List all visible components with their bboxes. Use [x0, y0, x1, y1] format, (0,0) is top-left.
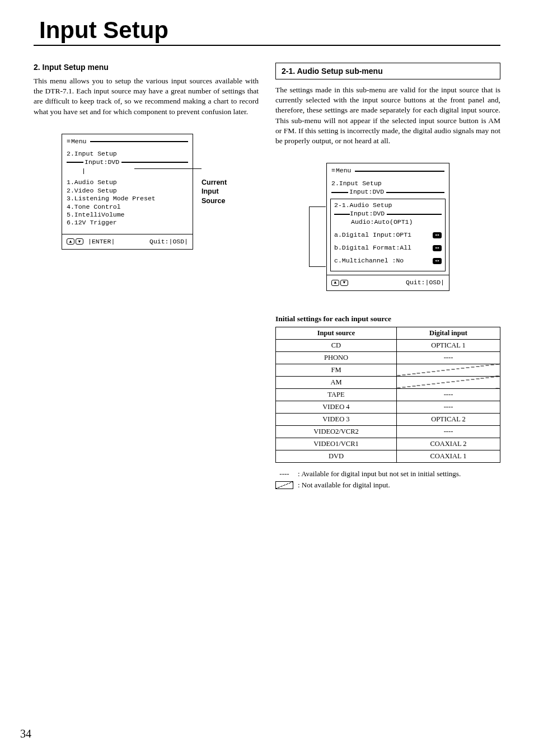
legend-dash-text: : Available for digital input but not se… [298, 469, 461, 478]
sub-heading: 2-1. Audio Setup sub-menu [275, 63, 500, 79]
osd2-item-c: c.Multichannel :No [334, 257, 404, 265]
up-down-icon: ▲▼ [67, 238, 83, 245]
table-row: VIDEO1/VCR1COAXIAL 2 [276, 438, 500, 450]
osd-footer-enter: |ENTER| [88, 238, 115, 246]
cell-input-source: TAPE [276, 388, 397, 401]
cell-input-source: FM [276, 364, 397, 376]
cell-digital-input [396, 364, 500, 376]
osd-menu: =Menu 2.Input Setup Input:DVD 1.Audio Se… [62, 134, 193, 250]
left-right-icon: ◂▸ [433, 245, 442, 251]
cell-digital-input: COAXIAL 2 [396, 438, 500, 450]
legend: ---- : Available for digital input but n… [275, 469, 500, 490]
table-row: VIDEO 4---- [276, 401, 500, 413]
th-input-source: Input source [276, 327, 397, 339]
osd-items: 1.Audio Setup 2.Video Setup 3.Listening … [67, 179, 188, 227]
table-row: PHONO---- [276, 351, 500, 364]
osd2-sub-section: 2-1.Audio Setup [334, 201, 442, 210]
cell-digital-input: ---- [396, 401, 500, 413]
th-digital-input: Digital input [396, 327, 500, 339]
osd2-sub-input: Input:DVD [350, 210, 385, 218]
cell-input-source: VIDEO2/VCR2 [276, 425, 397, 438]
table-title: Initial settings for each input source [275, 314, 500, 323]
osd2-section: 2.Input Setup [331, 180, 444, 188]
table-row: AM [276, 376, 500, 388]
up-down-icon: ▲▼ [331, 280, 348, 286]
legend-na-icon [275, 481, 293, 489]
cell-digital-input: OPTICAL 2 [396, 413, 500, 425]
table-row: DVDCOAXIAL 1 [276, 450, 500, 462]
cell-digital-input [396, 376, 500, 388]
cell-input-source: AM [276, 376, 397, 388]
connector-bracket [309, 206, 326, 267]
left-right-icon: ◂▸ [433, 258, 442, 264]
cell-digital-input: ---- [396, 388, 500, 401]
osd2-footer-quit: Quit:|OSD| [406, 279, 444, 287]
cell-digital-input: OPTICAL 1 [396, 339, 500, 351]
callout-label: Current Input Source [202, 178, 227, 205]
page-number: 34 [20, 727, 31, 740]
section-body: This menu allows you to setup the variou… [34, 76, 259, 117]
osd2-input: Input:DVD [349, 188, 384, 196]
callout-tick [83, 168, 84, 174]
osd-footer-quit: Quit:|OSD| [149, 238, 188, 246]
legend-dash-symbol: ---- [275, 469, 293, 478]
osd-input-label: Input:DVD [85, 158, 119, 166]
legend-na-text: : Not available for digital input. [298, 481, 390, 490]
right-column: 2-1. Audio Setup sub-menu The settings m… [275, 63, 500, 492]
osd-submenu: =Menu 2.Input Setup Input:DVD 2-1.Audio … [326, 163, 449, 290]
table-row: FM [276, 364, 500, 376]
callout-line [134, 168, 202, 169]
cell-input-source: VIDEO1/VCR1 [276, 438, 397, 450]
cell-digital-input: ---- [396, 351, 500, 364]
table-row: CDOPTICAL 1 [276, 339, 500, 351]
left-column: 2. Input Setup menu This menu allows you… [34, 63, 259, 492]
page-title: Input Setup [34, 17, 500, 44]
cell-input-source: DVD [276, 450, 397, 462]
section-heading: 2. Input Setup menu [34, 63, 259, 72]
cell-input-source: VIDEO 3 [276, 413, 397, 425]
osd2-item-b: b.Digital Format:All [334, 244, 411, 252]
osd-section: 2.Input Setup [67, 150, 188, 158]
digital-input-table: Input source Digital input CDOPTICAL 1PH… [275, 327, 500, 463]
osd2-menu-label: Menu [335, 167, 353, 175]
osd2-audio-line: Audio:Auto(OPT1) [334, 218, 442, 227]
cell-digital-input: ---- [396, 425, 500, 438]
cell-digital-input: COAXIAL 1 [396, 450, 500, 462]
osd2-item-a: a.Digital Input:OPT1 [334, 231, 411, 240]
osd-menu-label: Menu [70, 138, 88, 145]
left-right-icon: ◂▸ [433, 232, 442, 238]
cell-input-source: CD [276, 339, 397, 351]
cell-input-source: PHONO [276, 351, 397, 364]
sub-body: The settings made in this sub-menu are v… [275, 85, 500, 146]
table-row: VIDEO 3OPTICAL 2 [276, 413, 500, 425]
table-row: VIDEO2/VCR2---- [276, 425, 500, 438]
cell-input-source: VIDEO 4 [276, 401, 397, 413]
table-row: TAPE---- [276, 388, 500, 401]
title-underline [34, 45, 500, 46]
